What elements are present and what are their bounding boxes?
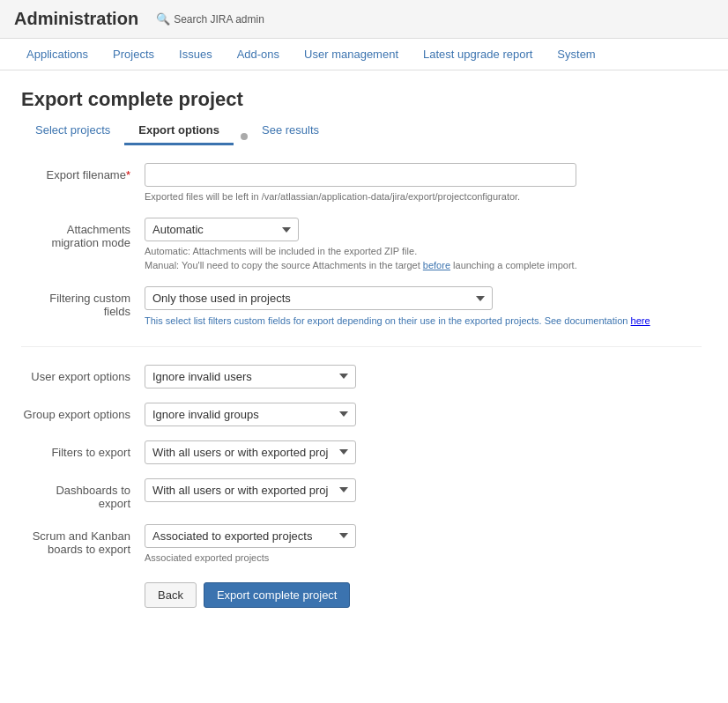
group-export-label: Group export options [21,403,145,421]
filters-export-wrap: With all users or with exported proj All [145,440,702,464]
main-nav: Applications Projects Issues Add-ons Use… [0,39,728,70]
scrum-wrap: Associated to exported projects All Asso… [145,524,702,565]
group-export-wrap: Ignore invalid groups Fail on invalid gr… [145,403,702,426]
filters-export-select[interactable]: With all users or with exported proj All [145,440,356,464]
export-options-form: Export filename* project-dump_CTSI-T1.zi… [21,163,702,608]
back-button[interactable]: Back [145,582,197,608]
attachments-select[interactable]: Automatic Manual [145,218,299,241]
filters-export-label: Filters to export [21,440,145,459]
filtering-label: Filtering custom fields [21,286,145,318]
top-header: Administration 🔍 Search JIRA admin [0,0,728,39]
tab-select-projects[interactable]: Select projects [21,116,124,145]
filters-export-row: Filters to export With all users or with… [21,440,702,464]
search-admin-link[interactable]: 🔍 Search JIRA admin [156,12,264,26]
filtering-help-link[interactable]: here [631,315,650,326]
nav-issues[interactable]: Issues [167,39,225,70]
nav-system[interactable]: System [545,39,607,70]
scrum-select[interactable]: Associated to exported projects All [145,524,356,548]
filtering-wrap: Only those used in projects All This sel… [145,286,702,329]
export-filename-wrap: project-dump_CTSI-T1.zip Exported files … [145,163,702,204]
attachments-wrap: Automatic Manual Automatic: Attachments … [145,218,702,272]
nav-upgrade-report[interactable]: Latest upgrade report [411,39,545,70]
user-export-wrap: Ignore invalid users Fail on invalid use… [145,365,702,388]
search-admin-label: Search JIRA admin [174,13,264,26]
dashboards-select[interactable]: With all users or with exported proj All [145,478,356,502]
export-button[interactable]: Export complete project [204,582,351,608]
group-export-row: Group export options Ignore invalid grou… [21,403,702,426]
page-title: Export complete project [21,88,702,111]
dashboards-label: Dashboards to export [21,478,145,510]
tab-export-options[interactable]: Export options [124,116,234,145]
user-export-row: User export options Ignore invalid users… [21,365,702,388]
filtering-row: Filtering custom fields Only those used … [21,286,702,329]
tab-bar: Select projects Export options See resul… [21,116,702,145]
nav-addons[interactable]: Add-ons [225,39,292,70]
attachments-row: Attachments migration mode Automatic Man… [21,218,702,272]
attachments-label: Attachments migration mode [21,218,145,249]
user-export-label: User export options [21,365,145,383]
dashboards-row: Dashboards to export With all users or w… [21,478,702,510]
group-export-select[interactable]: Ignore invalid groups Fail on invalid gr… [145,403,356,426]
user-export-select[interactable]: Ignore invalid users Fail on invalid use… [145,365,356,388]
button-row: Back Export complete project [21,582,702,608]
form-divider [21,346,702,347]
filtering-help: This select list filters custom fields f… [145,314,702,329]
export-filename-input[interactable]: project-dump_CTSI-T1.zip [145,163,576,187]
export-filename-label: Export filename* [21,163,145,181]
tab-see-results[interactable]: See results [248,116,333,145]
progress-dot [241,133,248,140]
export-filename-help: Exported files will be left in /var/atla… [145,190,702,204]
export-filename-row: Export filename* project-dump_CTSI-T1.zi… [21,163,702,204]
attachments-help: Automatic: Attachments will be included … [145,245,702,272]
attachments-help-link[interactable]: before [423,260,450,270]
scrum-label: Scrum and Kanban boards to export [21,524,145,556]
nav-applications[interactable]: Applications [14,39,100,70]
filtering-select[interactable]: Only those used in projects All [145,286,493,310]
nav-user-management[interactable]: User management [292,39,411,70]
page-content: Export complete project Select projects … [0,70,723,640]
dashboards-wrap: With all users or with exported proj All [145,478,702,502]
search-icon: 🔍 [156,12,170,26]
nav-projects[interactable]: Projects [100,39,167,70]
admin-title: Administration [14,9,138,29]
associated-text: Associated exported projects [145,551,702,565]
scrum-row: Scrum and Kanban boards to export Associ… [21,524,702,565]
